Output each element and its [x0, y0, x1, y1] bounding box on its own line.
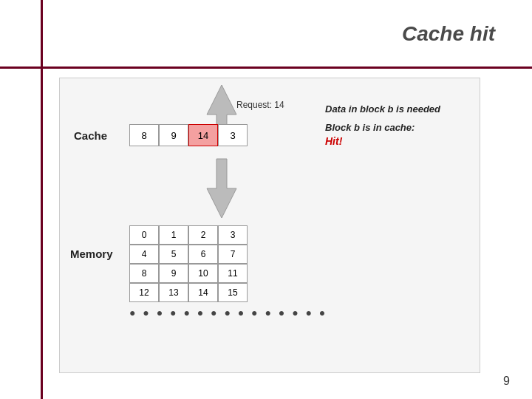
- memory-cell-1-3: 7: [218, 245, 248, 264]
- memory-cell-3-3: 15: [218, 283, 248, 302]
- cache-block-3: 3: [218, 124, 248, 146]
- border-top-line: [0, 66, 532, 69]
- info-hit: Hit!: [325, 135, 440, 147]
- memory-cell-1-1: 5: [159, 245, 188, 264]
- memory-row-1: 4567: [129, 245, 248, 264]
- cache-block-1: 9: [159, 124, 188, 146]
- memory-cell-0-2: 2: [188, 225, 218, 245]
- cache-block-0: 8: [129, 124, 159, 146]
- memory-cell-0-0: 0: [129, 225, 159, 245]
- memory-grid: 0123456789101112131415: [129, 225, 248, 302]
- memory-cell-2-3: 11: [218, 264, 248, 283]
- page-number: 9: [503, 375, 510, 388]
- info-line1: Data in block b is needed: [325, 103, 440, 115]
- cache-label: Cache: [74, 129, 107, 142]
- border-left-line: [41, 0, 43, 399]
- cache-block-2: 14: [188, 124, 218, 146]
- memory-cell-2-0: 8: [129, 264, 159, 283]
- memory-cell-3-0: 12: [129, 283, 159, 302]
- memory-cell-3-1: 13: [159, 283, 188, 302]
- memory-cell-2-1: 9: [159, 264, 188, 283]
- memory-cell-3-2: 14: [188, 283, 218, 302]
- memory-label: Memory: [70, 248, 113, 260]
- memory-cell-1-0: 4: [129, 245, 159, 264]
- memory-row-2: 891011: [129, 264, 248, 283]
- arrows-svg: [185, 85, 259, 218]
- memory-row-0: 0123: [129, 225, 248, 245]
- memory-cell-0-1: 1: [159, 225, 188, 245]
- page-title: Cache hit: [402, 22, 495, 46]
- memory-row-3: 12131415: [129, 283, 248, 302]
- memory-cell-1-2: 6: [188, 245, 218, 264]
- memory-cell-2-2: 10: [188, 264, 218, 283]
- cache-row: 8 9 14 3: [129, 124, 248, 146]
- info-line2: Block b is in cache:: [325, 122, 440, 133]
- info-panel: Data in block b is needed Block b is in …: [325, 103, 440, 147]
- memory-cell-0-3: 3: [218, 225, 248, 245]
- dots-row: ● ● ● ● ● ● ● ● ● ● ● ● ● ● ●: [129, 307, 327, 318]
- svg-marker-1: [207, 159, 236, 218]
